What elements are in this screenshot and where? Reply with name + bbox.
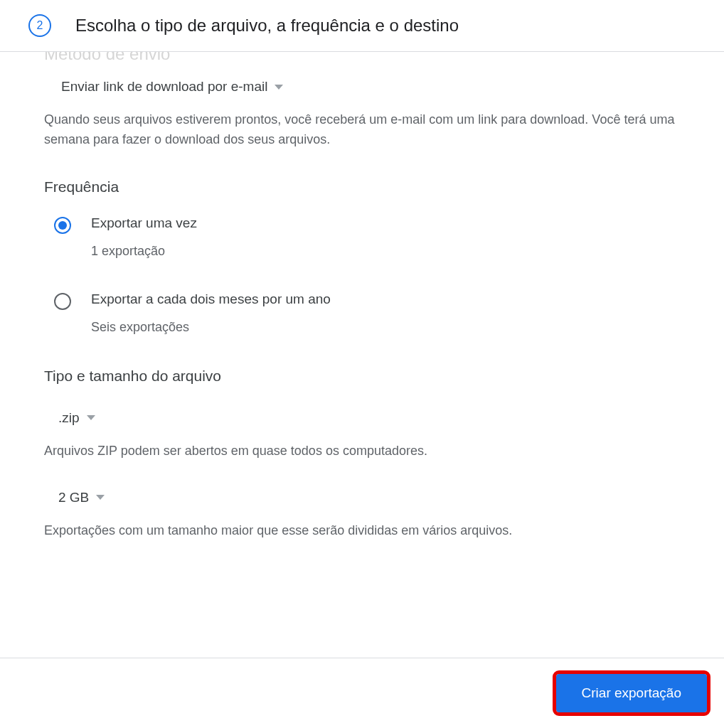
filetype-heading: Tipo e tamanho do arquivo — [44, 368, 680, 385]
caret-down-icon — [96, 495, 105, 500]
file-size-dropdown[interactable]: 2 GB — [44, 484, 680, 511]
step-number-badge: 2 — [28, 14, 51, 37]
content-area: Enviar link de download por e-mail Quand… — [0, 52, 724, 541]
frequency-radio-group: Exportar uma vez 1 exportação Exportar a… — [44, 215, 680, 335]
delivery-method-description: Quando seus arquivos estiverem prontos, … — [44, 110, 680, 150]
file-size-selected: 2 GB — [58, 490, 89, 505]
frequency-heading: Frequência — [44, 178, 680, 196]
file-type-dropdown[interactable]: .zip — [44, 405, 680, 432]
file-type-selected: .zip — [58, 410, 80, 426]
caret-down-icon — [87, 415, 95, 420]
step-header: 2 Escolha o tipo de arquivo, a frequênci… — [0, 0, 724, 52]
frequency-option-label: Exportar uma vez — [91, 215, 197, 231]
frequency-option-sub: Seis exportações — [91, 320, 331, 335]
frequency-option-bimonthly[interactable]: Exportar a cada dois meses por um ano Se… — [54, 291, 680, 335]
frequency-option-label: Exportar a cada dois meses por um ano — [91, 291, 331, 307]
frequency-option-once[interactable]: Exportar uma vez 1 exportação — [54, 215, 680, 259]
file-type-description: Arquivos ZIP podem ser abertos em quase … — [44, 441, 680, 461]
step-number: 2 — [37, 19, 43, 32]
caret-down-icon — [275, 85, 283, 90]
radio-button-selected-icon — [54, 217, 71, 234]
step-title: Escolha o tipo de arquivo, a frequência … — [75, 16, 459, 36]
delivery-method-dropdown[interactable]: Enviar link de download por e-mail — [44, 73, 680, 100]
file-size-description: Exportações com um tamanho maior que ess… — [44, 521, 680, 541]
footer-bar: Criar exportação — [0, 658, 724, 728]
delivery-method-selected: Enviar link de download por e-mail — [61, 79, 267, 95]
radio-button-unselected-icon — [54, 293, 71, 310]
create-export-button[interactable]: Criar exportação — [556, 674, 707, 712]
frequency-option-sub: 1 exportação — [91, 244, 197, 259]
